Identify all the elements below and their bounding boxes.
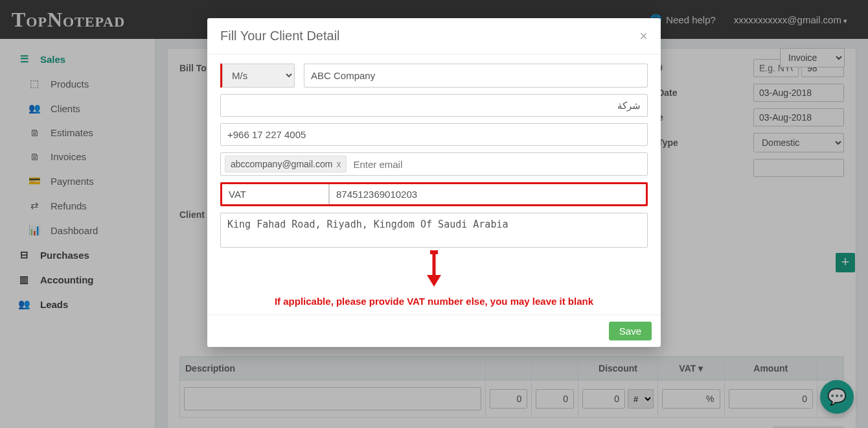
email-chip: abccompany@gmail.com x [225, 156, 347, 172]
close-icon[interactable]: × [639, 29, 648, 43]
company-name-input[interactable] [304, 64, 648, 88]
email-input[interactable] [352, 156, 643, 172]
arrow-down-icon [424, 250, 444, 288]
phone-input[interactable] [220, 123, 648, 146]
email-box[interactable]: abccompany@gmail.com x [220, 152, 648, 176]
modal-title: Fill Your Client Detail [220, 29, 340, 43]
vat-row [220, 182, 648, 206]
annotation-text: If applicable, please provide VAT number… [220, 296, 648, 307]
company-alt-input[interactable] [220, 94, 648, 117]
vat-label-input[interactable] [222, 184, 329, 204]
honorific-select[interactable]: M/s [222, 64, 295, 88]
svg-marker-1 [427, 275, 441, 287]
email-chip-text: abccompany@gmail.com [231, 159, 332, 169]
address-textarea[interactable] [220, 213, 648, 248]
svg-rect-2 [430, 250, 438, 254]
vat-number-input[interactable] [329, 184, 646, 204]
save-button[interactable]: Save [609, 322, 652, 340]
client-detail-modal: Fill Your Client Detail × M/s abccompany… [207, 18, 661, 347]
modal-overlay: Fill Your Client Detail × M/s abccompany… [0, 0, 868, 428]
chip-remove-icon[interactable]: x [336, 159, 341, 169]
